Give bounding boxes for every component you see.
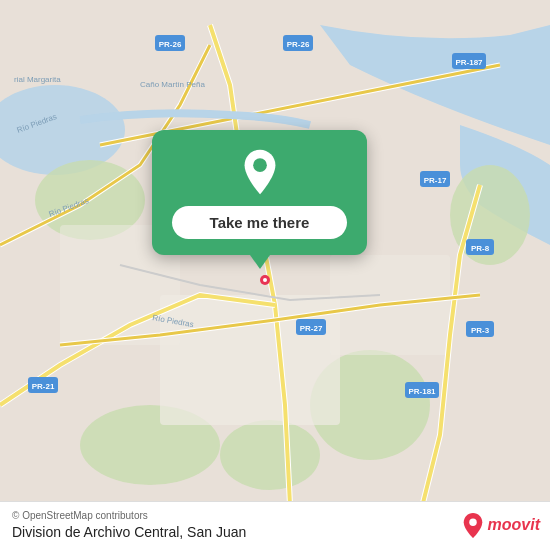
svg-text:PR-21: PR-21 <box>32 382 55 391</box>
svg-text:PR-26: PR-26 <box>159 40 182 49</box>
svg-text:PR-181: PR-181 <box>408 387 436 396</box>
svg-text:PR-27: PR-27 <box>300 324 323 333</box>
moovit-brand-text: moovit <box>488 516 540 534</box>
svg-text:PR-187: PR-187 <box>455 58 483 67</box>
svg-point-6 <box>220 420 320 490</box>
place-name: Division de Archivo Central, San Juan <box>12 524 538 540</box>
svg-text:PR-8: PR-8 <box>471 244 490 253</box>
map-container: PR-26 PR-26 PR-187 PR-17 PR-8 PR-3 PR-27… <box>0 0 550 550</box>
svg-text:rial Margarita: rial Margarita <box>14 75 61 84</box>
map-background: PR-26 PR-26 PR-187 PR-17 PR-8 PR-3 PR-27… <box>0 0 550 550</box>
svg-point-36 <box>469 519 476 526</box>
svg-point-35 <box>253 158 267 172</box>
location-pin-icon <box>236 148 284 196</box>
svg-text:PR-3: PR-3 <box>471 326 490 335</box>
bottom-bar: © OpenStreetMap contributors Division de… <box>0 501 550 550</box>
svg-text:PR-17: PR-17 <box>424 176 447 185</box>
moovit-logo: moovit <box>462 512 540 538</box>
moovit-pin-icon <box>462 512 484 538</box>
svg-text:PR-26: PR-26 <box>287 40 310 49</box>
popup-card: Take me there <box>152 130 367 255</box>
osm-credit: © OpenStreetMap contributors <box>12 510 538 521</box>
svg-point-34 <box>263 278 267 282</box>
take-me-there-button[interactable]: Take me there <box>172 206 347 239</box>
svg-text:Caño Martín Peña: Caño Martín Peña <box>140 80 205 89</box>
